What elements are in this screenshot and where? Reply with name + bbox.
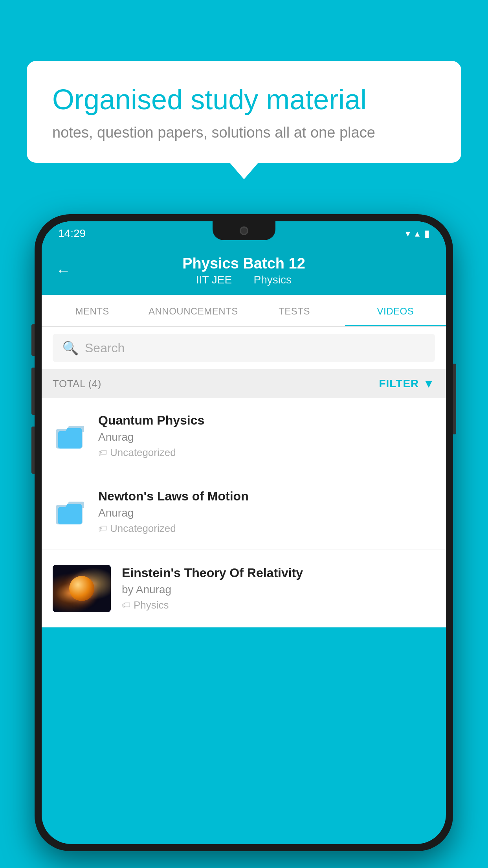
tag-icon: 🏷 <box>98 524 107 534</box>
silent-button <box>31 427 35 474</box>
phone-body: ← Physics Batch 12 IIT JEE Physics MENTS <box>42 246 446 844</box>
front-camera <box>240 226 248 235</box>
video-item-title: Einstein's Theory Of Relativity <box>122 566 435 580</box>
tab-videos[interactable]: VIDEOS <box>345 295 446 326</box>
batch-subtitle: IIT JEE Physics <box>182 274 305 286</box>
subtitle-separator <box>241 274 248 286</box>
tag-label: Uncategorized <box>110 447 176 459</box>
phone-screen: 14:29 ▾ ▴ ▮ ← Physics Batch 12 IIT JEE <box>42 221 446 844</box>
total-count: TOTAL (4) <box>53 378 101 390</box>
tag-icon: 🏷 <box>122 600 130 611</box>
folder-icon <box>54 498 86 526</box>
video-item-tag: 🏷 Physics <box>122 599 435 611</box>
tab-ments[interactable]: MENTS <box>42 295 143 326</box>
tab-tests[interactable]: TESTS <box>244 295 345 326</box>
speech-bubble-title: Organised study material <box>52 83 436 116</box>
search-icon: 🔍 <box>62 340 79 356</box>
back-button[interactable]: ← <box>56 262 71 279</box>
video-item-tag: 🏷 Uncategorized <box>98 447 435 459</box>
tab-announcements[interactable]: ANNOUNCEMENTS <box>143 295 244 326</box>
list-item[interactable]: Quantum Physics Anurag 🏷 Uncategorized <box>42 398 446 474</box>
wifi-icon: ▾ <box>405 228 410 239</box>
video-item-info: Newton's Laws of Motion Anurag 🏷 Uncateg… <box>98 489 435 535</box>
tag-label: Physics <box>134 599 169 611</box>
video-item-author: Anurag <box>98 507 435 519</box>
header-title-group: Physics Batch 12 IIT JEE Physics <box>182 255 305 286</box>
list-item[interactable]: Newton's Laws of Motion Anurag 🏷 Uncateg… <box>42 474 446 550</box>
speech-bubble-subtitle: notes, question papers, solutions all at… <box>52 124 436 141</box>
video-thumbnail <box>53 565 111 612</box>
batch-title: Physics Batch 12 <box>182 255 305 272</box>
list-item[interactable]: Einstein's Theory Of Relativity by Anura… <box>42 550 446 627</box>
status-bar: 14:29 ▾ ▴ ▮ <box>42 221 446 246</box>
folder-icon-wrapper <box>53 419 87 453</box>
folder-icon <box>54 422 86 450</box>
search-bar[interactable]: 🔍 Search <box>53 334 435 362</box>
speech-bubble-container: Organised study material notes, question… <box>27 61 461 163</box>
video-item-tag: 🏷 Uncategorized <box>98 522 435 535</box>
video-item-title: Quantum Physics <box>98 413 435 428</box>
tabs-container: MENTS ANNOUNCEMENTS TESTS VIDEOS <box>42 295 446 327</box>
signal-icon: ▴ <box>415 228 420 239</box>
video-item-title: Newton's Laws of Motion <box>98 489 435 504</box>
phone-notch <box>213 221 275 240</box>
video-item-author: Anurag <box>98 431 435 443</box>
status-time: 14:29 <box>58 227 86 240</box>
power-button <box>453 364 456 434</box>
filter-button[interactable]: FILTER ▼ <box>379 377 435 390</box>
subtitle-part2: Physics <box>254 274 292 286</box>
speech-bubble: Organised study material notes, question… <box>27 61 461 163</box>
thumbnail-background <box>53 565 111 612</box>
volume-down-button <box>31 368 35 415</box>
folder-icon-wrapper <box>53 495 87 529</box>
search-bar-container: 🔍 Search <box>42 327 446 369</box>
subtitle-part1: IIT JEE <box>196 274 232 286</box>
volume-up-button <box>31 324 35 356</box>
video-item-author: by Anurag <box>122 583 435 596</box>
tag-icon: 🏷 <box>98 448 107 458</box>
filter-row: TOTAL (4) FILTER ▼ <box>42 369 446 398</box>
video-item-info: Quantum Physics Anurag 🏷 Uncategorized <box>98 413 435 459</box>
video-list: Quantum Physics Anurag 🏷 Uncategorized <box>42 398 446 627</box>
battery-icon: ▮ <box>424 228 429 239</box>
filter-label: FILTER <box>379 377 419 390</box>
phone-device: 14:29 ▾ ▴ ▮ ← Physics Batch 12 IIT JEE <box>35 214 453 851</box>
tag-label: Uncategorized <box>110 522 176 535</box>
video-item-info: Einstein's Theory Of Relativity by Anura… <box>122 566 435 611</box>
app-header: ← Physics Batch 12 IIT JEE Physics <box>42 246 446 295</box>
search-placeholder: Search <box>85 341 125 355</box>
status-icons: ▾ ▴ ▮ <box>405 228 429 239</box>
filter-icon: ▼ <box>423 377 435 390</box>
